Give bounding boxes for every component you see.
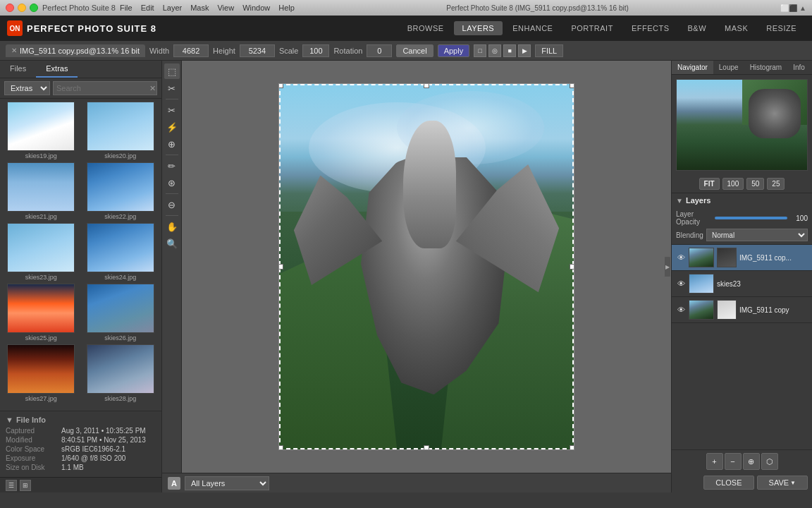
list-view-btn[interactable]: ☰ xyxy=(6,480,17,491)
maximize-window-btn[interactable] xyxy=(30,4,38,12)
window-controls[interactable] xyxy=(6,4,38,12)
layer-item[interactable]: 👁 IMG_5911 copy xyxy=(672,297,812,323)
nav-layers[interactable]: LAYERS xyxy=(454,21,503,35)
files-tab[interactable]: Files xyxy=(0,61,36,78)
transform-tool-btn[interactable]: ⊕ xyxy=(164,136,180,152)
blend-screen-btn[interactable]: ◎ xyxy=(488,44,501,57)
zoom-100-btn[interactable]: 100 xyxy=(722,178,744,190)
save-dropdown-arrow[interactable]: ▼ xyxy=(790,480,796,486)
panel-controls: Extras ✕ xyxy=(0,78,161,99)
thumbnail-label: skies23.jpg xyxy=(25,274,57,281)
crop-tool-btn[interactable]: ✂ xyxy=(164,80,180,96)
opacity-slider[interactable] xyxy=(715,217,787,219)
save-button[interactable]: SAVE ▼ xyxy=(757,476,808,490)
close-window-btn[interactable] xyxy=(6,4,14,12)
menu-view[interactable]: View xyxy=(217,4,234,12)
nav-effects[interactable]: EFFECTS xyxy=(623,21,678,35)
blend-normal-btn[interactable]: □ xyxy=(474,44,486,57)
blend-mode-select[interactable]: Normal xyxy=(706,229,808,241)
blend-multiply-btn[interactable]: ■ xyxy=(503,44,516,57)
list-item[interactable]: skies21.jpg xyxy=(3,162,80,220)
canvas-area[interactable]: ▶ xyxy=(182,61,671,473)
retouch-tool-btn[interactable]: ⚡ xyxy=(164,119,180,135)
file-info-title[interactable]: ▼ File Info xyxy=(6,416,156,424)
zoom-25-btn[interactable]: 25 xyxy=(767,178,785,190)
blend-arrow-btn[interactable]: ▶ xyxy=(518,44,531,57)
histogram-tab[interactable]: Histogram xyxy=(744,61,788,74)
rotation-input[interactable] xyxy=(367,44,392,57)
select-tool-btn[interactable]: ⬚ xyxy=(164,64,180,79)
nav-resize[interactable]: RESIZE xyxy=(758,21,805,35)
info-tab[interactable]: Info xyxy=(787,61,811,74)
list-item[interactable]: skies20.jpg xyxy=(82,102,159,159)
size-key: Size on Disk xyxy=(6,464,59,471)
menu-mask[interactable]: Mask xyxy=(190,4,209,12)
layer-item[interactable]: 👁 IMG_5911 cop... xyxy=(672,245,812,271)
extras-tab[interactable]: Extras xyxy=(36,61,78,78)
menu-help[interactable]: Help xyxy=(278,4,295,12)
scale-input[interactable] xyxy=(302,44,329,57)
layers-collapse-arrow: ▼ xyxy=(676,197,683,205)
exposure-val: 1/640 @ f/8 ISO 200 xyxy=(61,454,125,462)
layer-visibility-toggle[interactable]: 👁 xyxy=(676,253,686,262)
cancel-button[interactable]: Cancel xyxy=(396,44,433,57)
grid-view-btn[interactable]: ⊞ xyxy=(20,480,31,491)
list-item[interactable]: skies25.jpg xyxy=(3,284,80,341)
nav-bw[interactable]: B&W xyxy=(679,21,715,35)
merge-layer-btn[interactable]: ⊕ xyxy=(743,453,760,470)
menu-layer[interactable]: Layer xyxy=(163,4,183,12)
menu-edit[interactable]: Edit xyxy=(141,4,154,12)
right-panel: Navigator Loupe Histogram Info FIT 100 5… xyxy=(671,61,812,492)
layer-actions-bar: + − ⊕ ⬡ xyxy=(672,449,812,473)
list-item[interactable]: skies22.jpg xyxy=(82,162,159,220)
height-input[interactable] xyxy=(240,44,275,57)
apply-button[interactable]: Apply xyxy=(438,44,470,57)
layers-section-header[interactable]: ▼ Layers xyxy=(672,193,812,207)
delete-layer-btn[interactable]: − xyxy=(725,453,742,470)
minimize-window-btn[interactable] xyxy=(18,4,26,12)
loupe-tab[interactable]: Loupe xyxy=(713,61,744,74)
search-clear-btn[interactable]: ✕ xyxy=(149,84,156,93)
zoom-tool-btn[interactable]: ⊖ xyxy=(164,197,180,212)
modified-key: Modified xyxy=(6,436,59,444)
layer-item[interactable]: 👁 skies23 xyxy=(672,271,812,297)
panel-resize-handle[interactable]: ▶ xyxy=(664,256,671,277)
thumbnail-label: skies21.jpg xyxy=(25,213,57,220)
brush-tool-btn[interactable]: ✏ xyxy=(164,158,180,174)
active-document-tab[interactable]: ✕ IMG_5911 copy.psd@13.1% 16 bit xyxy=(6,44,145,57)
clone-tool-btn[interactable]: ⊛ xyxy=(164,175,180,190)
zoom-fit-btn[interactable]: FIT xyxy=(699,178,720,190)
search-input[interactable] xyxy=(53,81,157,95)
all-layers-dropdown[interactable]: All Layers xyxy=(185,476,269,490)
list-item[interactable]: skies28.jpg xyxy=(82,344,159,402)
nav-mask[interactable]: MASK xyxy=(716,21,756,35)
list-item[interactable]: skies19.jpg xyxy=(3,102,80,159)
scissors-tool-btn[interactable]: ✂ xyxy=(164,102,180,118)
category-dropdown[interactable]: Extras xyxy=(4,81,50,95)
nav-enhance[interactable]: ENHANCE xyxy=(504,21,561,35)
style-layer-btn[interactable]: ⬡ xyxy=(761,453,778,470)
nav-portrait[interactable]: PORTRAIT xyxy=(562,21,621,35)
app-logo: ON PERFECT PHOTO SUITE 8 xyxy=(7,20,156,36)
menu-file[interactable]: File xyxy=(120,4,133,12)
pan-tool-btn[interactable]: ✋ xyxy=(164,219,180,234)
list-item[interactable]: skies26.jpg xyxy=(82,284,159,341)
layer-badge: A xyxy=(168,477,180,490)
opacity-label: Layer Opacity xyxy=(676,210,712,226)
list-item[interactable]: skies23.jpg xyxy=(3,223,80,281)
list-item[interactable]: skies24.jpg xyxy=(82,223,159,281)
zoom-50-btn[interactable]: 50 xyxy=(746,178,764,190)
menu-window[interactable]: Window xyxy=(242,4,270,12)
magnify-tool-btn[interactable]: 🔍 xyxy=(164,236,180,251)
close-button[interactable]: CLOSE xyxy=(703,476,753,490)
nav-browse[interactable]: BROWSE xyxy=(399,21,453,35)
layer-visibility-toggle[interactable]: 👁 xyxy=(676,279,686,289)
width-input[interactable] xyxy=(173,44,209,57)
list-item[interactable]: skies27.jpg xyxy=(3,344,80,402)
tab-close-icon[interactable]: ✕ xyxy=(11,47,17,54)
layer-visibility-toggle[interactable]: 👁 xyxy=(676,305,686,315)
navigator-tab[interactable]: Navigator xyxy=(672,61,713,74)
add-layer-btn[interactable]: + xyxy=(706,453,723,470)
fill-button[interactable]: FILL xyxy=(535,44,563,57)
blend-row: Blending Normal xyxy=(676,229,808,241)
